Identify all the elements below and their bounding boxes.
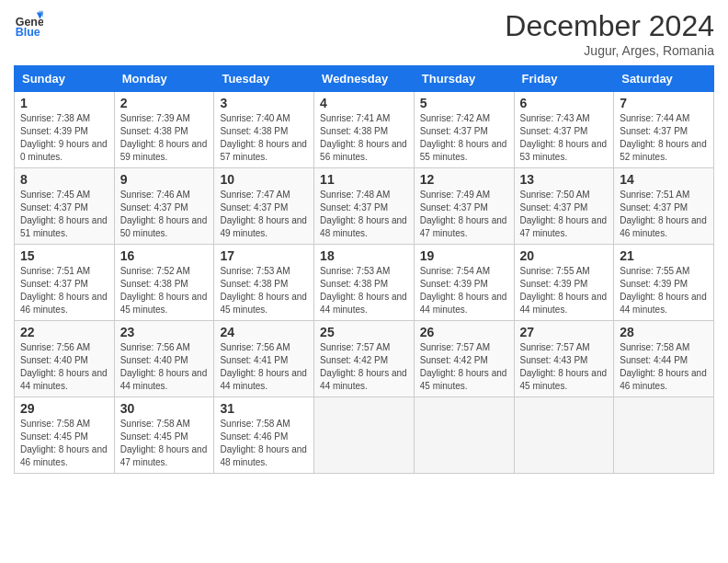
- calendar-table: SundayMondayTuesdayWednesdayThursdayFrid…: [14, 65, 714, 474]
- day-cell: 11Sunrise: 7:48 AMSunset: 4:37 PMDayligh…: [314, 168, 415, 245]
- day-cell: 31Sunrise: 7:58 AMSunset: 4:46 PMDayligh…: [214, 397, 314, 474]
- day-number: 28: [620, 325, 708, 339]
- month-title: December 2024: [505, 9, 714, 43]
- day-cell: 4Sunrise: 7:41 AMSunset: 4:38 PMDaylight…: [314, 92, 415, 168]
- day-info: Sunrise: 7:42 AMSunset: 4:37 PMDaylight:…: [420, 112, 508, 164]
- day-cell: 1Sunrise: 7:38 AMSunset: 4:39 PMDaylight…: [15, 92, 115, 168]
- day-number: 31: [220, 401, 308, 416]
- day-cell: 13Sunrise: 7:50 AMSunset: 4:37 PMDayligh…: [514, 168, 614, 245]
- day-cell: 12Sunrise: 7:49 AMSunset: 4:37 PMDayligh…: [414, 168, 514, 245]
- day-info: Sunrise: 7:45 AMSunset: 4:37 PMDaylight:…: [20, 189, 108, 240]
- day-cell: 27Sunrise: 7:57 AMSunset: 4:43 PMDayligh…: [514, 321, 614, 397]
- day-number: 25: [320, 325, 408, 339]
- day-info: Sunrise: 7:53 AMSunset: 4:38 PMDaylight:…: [320, 265, 408, 316]
- day-cell: 19Sunrise: 7:54 AMSunset: 4:39 PMDayligh…: [414, 245, 514, 321]
- day-number: 12: [420, 172, 508, 187]
- day-info: Sunrise: 7:55 AMSunset: 4:39 PMDaylight:…: [520, 265, 609, 316]
- day-info: Sunrise: 7:40 AMSunset: 4:38 PMDaylight:…: [220, 112, 308, 164]
- day-number: 21: [620, 248, 708, 263]
- day-number: 17: [220, 248, 308, 263]
- day-number: 4: [320, 96, 408, 110]
- day-info: Sunrise: 7:39 AMSunset: 4:38 PMDaylight:…: [120, 112, 209, 164]
- day-info: Sunrise: 7:55 AMSunset: 4:39 PMDaylight:…: [620, 265, 708, 316]
- day-info: Sunrise: 7:49 AMSunset: 4:37 PMDaylight:…: [420, 189, 508, 240]
- title-block: December 2024 Jugur, Arges, Romania: [505, 9, 714, 58]
- logo: General Blue: [14, 9, 43, 39]
- week-row-1: 1Sunrise: 7:38 AMSunset: 4:39 PMDaylight…: [15, 92, 714, 168]
- day-number: 2: [120, 96, 209, 110]
- col-header-sunday: Sunday: [15, 66, 115, 92]
- day-info: Sunrise: 7:48 AMSunset: 4:37 PMDaylight:…: [320, 189, 408, 240]
- day-number: 16: [120, 248, 209, 263]
- col-header-monday: Monday: [114, 66, 214, 92]
- day-number: 29: [20, 401, 108, 416]
- svg-text:Blue: Blue: [16, 26, 40, 39]
- day-info: Sunrise: 7:41 AMSunset: 4:38 PMDaylight:…: [320, 112, 408, 164]
- day-cell: 20Sunrise: 7:55 AMSunset: 4:39 PMDayligh…: [514, 245, 614, 321]
- day-cell: 16Sunrise: 7:52 AMSunset: 4:38 PMDayligh…: [114, 245, 214, 321]
- day-cell: 9Sunrise: 7:46 AMSunset: 4:37 PMDaylight…: [114, 168, 214, 245]
- location: Jugur, Arges, Romania: [505, 43, 714, 58]
- day-number: 1: [20, 96, 108, 110]
- day-info: Sunrise: 7:58 AMSunset: 4:45 PMDaylight:…: [20, 418, 108, 469]
- week-row-4: 22Sunrise: 7:56 AMSunset: 4:40 PMDayligh…: [15, 321, 714, 397]
- day-info: Sunrise: 7:56 AMSunset: 4:41 PMDaylight:…: [220, 341, 308, 393]
- day-number: 14: [620, 172, 708, 187]
- day-info: Sunrise: 7:57 AMSunset: 4:42 PMDaylight:…: [420, 341, 508, 393]
- week-row-3: 15Sunrise: 7:51 AMSunset: 4:37 PMDayligh…: [15, 245, 714, 321]
- logo-icon: General Blue: [14, 9, 43, 39]
- day-info: Sunrise: 7:53 AMSunset: 4:38 PMDaylight:…: [220, 265, 308, 316]
- day-number: 15: [20, 248, 108, 263]
- page: General Blue December 2024 Jugur, Arges,…: [0, 0, 728, 563]
- day-cell: [414, 397, 514, 474]
- day-number: 3: [220, 96, 308, 110]
- day-cell: 15Sunrise: 7:51 AMSunset: 4:37 PMDayligh…: [15, 245, 115, 321]
- col-header-saturday: Saturday: [614, 66, 714, 92]
- day-info: Sunrise: 7:58 AMSunset: 4:46 PMDaylight:…: [220, 418, 308, 469]
- day-number: 24: [220, 325, 308, 339]
- day-cell: 2Sunrise: 7:39 AMSunset: 4:38 PMDaylight…: [114, 92, 214, 168]
- day-number: 9: [120, 172, 209, 187]
- day-cell: [514, 397, 614, 474]
- day-number: 8: [20, 172, 108, 187]
- col-header-tuesday: Tuesday: [214, 66, 314, 92]
- day-cell: 22Sunrise: 7:56 AMSunset: 4:40 PMDayligh…: [15, 321, 115, 397]
- header: General Blue December 2024 Jugur, Arges,…: [14, 9, 714, 58]
- day-number: 10: [220, 172, 308, 187]
- day-number: 27: [520, 325, 609, 339]
- day-cell: 23Sunrise: 7:56 AMSunset: 4:40 PMDayligh…: [114, 321, 214, 397]
- day-cell: 21Sunrise: 7:55 AMSunset: 4:39 PMDayligh…: [614, 245, 714, 321]
- day-number: 5: [420, 96, 508, 110]
- day-cell: 5Sunrise: 7:42 AMSunset: 4:37 PMDaylight…: [414, 92, 514, 168]
- day-cell: 17Sunrise: 7:53 AMSunset: 4:38 PMDayligh…: [214, 245, 314, 321]
- day-cell: 25Sunrise: 7:57 AMSunset: 4:42 PMDayligh…: [314, 321, 415, 397]
- week-row-5: 29Sunrise: 7:58 AMSunset: 4:45 PMDayligh…: [15, 397, 714, 474]
- col-header-wednesday: Wednesday: [314, 66, 415, 92]
- day-cell: [314, 397, 415, 474]
- day-cell: 14Sunrise: 7:51 AMSunset: 4:37 PMDayligh…: [614, 168, 714, 245]
- day-number: 18: [320, 248, 408, 263]
- day-cell: 30Sunrise: 7:58 AMSunset: 4:45 PMDayligh…: [114, 397, 214, 474]
- day-info: Sunrise: 7:58 AMSunset: 4:44 PMDaylight:…: [620, 341, 708, 393]
- day-info: Sunrise: 7:57 AMSunset: 4:42 PMDaylight:…: [320, 341, 408, 393]
- day-number: 26: [420, 325, 508, 339]
- day-number: 23: [120, 325, 209, 339]
- day-info: Sunrise: 7:44 AMSunset: 4:37 PMDaylight:…: [620, 112, 708, 164]
- day-cell: 8Sunrise: 7:45 AMSunset: 4:37 PMDaylight…: [15, 168, 115, 245]
- day-cell: 28Sunrise: 7:58 AMSunset: 4:44 PMDayligh…: [614, 321, 714, 397]
- day-info: Sunrise: 7:52 AMSunset: 4:38 PMDaylight:…: [120, 265, 209, 316]
- day-info: Sunrise: 7:54 AMSunset: 4:39 PMDaylight:…: [420, 265, 508, 316]
- day-number: 6: [520, 96, 609, 110]
- day-number: 7: [620, 96, 708, 110]
- day-cell: 7Sunrise: 7:44 AMSunset: 4:37 PMDaylight…: [614, 92, 714, 168]
- day-cell: 6Sunrise: 7:43 AMSunset: 4:37 PMDaylight…: [514, 92, 614, 168]
- day-info: Sunrise: 7:51 AMSunset: 4:37 PMDaylight:…: [620, 189, 708, 240]
- day-cell: 24Sunrise: 7:56 AMSunset: 4:41 PMDayligh…: [214, 321, 314, 397]
- day-info: Sunrise: 7:56 AMSunset: 4:40 PMDaylight:…: [120, 341, 209, 393]
- day-info: Sunrise: 7:50 AMSunset: 4:37 PMDaylight:…: [520, 189, 609, 240]
- day-info: Sunrise: 7:47 AMSunset: 4:37 PMDaylight:…: [220, 189, 308, 240]
- col-header-thursday: Thursday: [414, 66, 514, 92]
- day-info: Sunrise: 7:38 AMSunset: 4:39 PMDaylight:…: [20, 112, 108, 164]
- day-info: Sunrise: 7:56 AMSunset: 4:40 PMDaylight:…: [20, 341, 108, 393]
- day-info: Sunrise: 7:57 AMSunset: 4:43 PMDaylight:…: [520, 341, 609, 393]
